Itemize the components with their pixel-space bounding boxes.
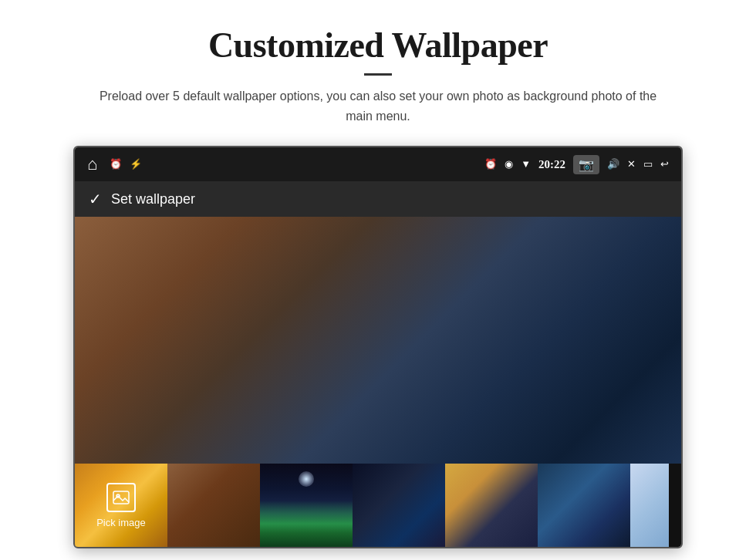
pick-image-label: Pick image xyxy=(96,517,146,528)
header-section: Customized Wallpaper Preload over 5 defa… xyxy=(0,0,756,138)
time-display: 20:22 xyxy=(538,158,565,171)
status-bar-right: ⏰ ◉ ▼ 20:22 📷 🔊 ✕ ▭ ↩ xyxy=(484,155,669,174)
wallpaper-preview xyxy=(75,217,681,464)
back-icon[interactable]: ↩ xyxy=(660,158,669,170)
volume-icon[interactable]: 🔊 xyxy=(607,158,619,170)
aurora-effect xyxy=(260,501,353,547)
alarm-icon: ⏰ xyxy=(484,158,497,170)
signal-icon: ▼ xyxy=(521,158,531,170)
thumbnail-1[interactable] xyxy=(167,464,260,547)
action-bar: ✓ Set wallpaper xyxy=(75,181,681,217)
subtitle-text: Preload over 5 default wallpaper options… xyxy=(85,86,671,126)
close-icon[interactable]: ✕ xyxy=(627,158,636,170)
thumbnail-5[interactable] xyxy=(538,464,630,547)
thumbnail-2[interactable] xyxy=(260,464,353,547)
status-icons-left: ⏰ ⚡ xyxy=(110,158,142,170)
title-divider xyxy=(364,73,392,76)
thumbnail-4[interactable] xyxy=(445,464,538,547)
usb-icon: ⚡ xyxy=(130,158,142,170)
thumbnail-3[interactable] xyxy=(353,464,445,547)
thumbnail-partial[interactable] xyxy=(630,464,669,547)
clock-icon: ⏰ xyxy=(110,158,122,170)
page-title: Customized Wallpaper xyxy=(46,25,710,66)
device-frame: ⌂ ⏰ ⚡ ⏰ ◉ ▼ 20:22 📷 🔊 ✕ ▭ ↩ ✓ Set wallpa… xyxy=(73,146,683,548)
pick-image-icon xyxy=(106,483,136,512)
thumbnail-strip: Pick image xyxy=(75,464,681,547)
home-icon[interactable]: ⌂ xyxy=(87,154,97,174)
camera-button[interactable]: 📷 xyxy=(573,155,599,174)
location-icon: ◉ xyxy=(505,158,513,170)
confirm-checkmark[interactable]: ✓ xyxy=(89,190,102,208)
action-bar-title: Set wallpaper xyxy=(111,191,195,207)
pick-image-thumb[interactable]: Pick image xyxy=(75,464,167,547)
window-icon[interactable]: ▭ xyxy=(643,158,653,170)
status-bar-left: ⌂ ⏰ ⚡ xyxy=(87,154,142,174)
status-bar: ⌂ ⏰ ⚡ ⏰ ◉ ▼ 20:22 📷 🔊 ✕ ▭ ↩ xyxy=(75,147,681,181)
